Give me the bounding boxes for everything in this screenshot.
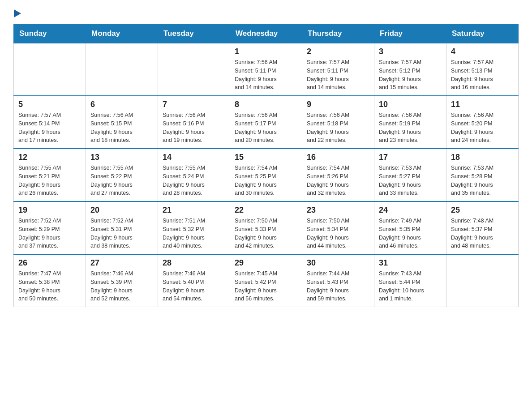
calendar-cell [158,43,230,96]
day-number: 24 [379,206,442,215]
day-of-week-header: Monday [86,25,158,43]
day-of-week-header: Friday [374,25,446,43]
day-number: 4 [451,47,514,56]
calendar-cell: 15Sunrise: 7:54 AM Sunset: 5:25 PM Dayli… [230,149,302,201]
calendar-cell: 6Sunrise: 7:56 AM Sunset: 5:15 PM Daylig… [86,96,158,149]
day-info: Sunrise: 7:56 AM Sunset: 5:16 PM Dayligh… [163,111,225,145]
day-of-week-header: Tuesday [158,25,230,43]
calendar-cell: 20Sunrise: 7:52 AM Sunset: 5:31 PM Dayli… [86,201,158,254]
day-info: Sunrise: 7:56 AM Sunset: 5:18 PM Dayligh… [307,111,369,145]
day-number: 20 [90,206,153,215]
calendar-cell: 22Sunrise: 7:50 AM Sunset: 5:33 PM Dayli… [230,201,302,254]
calendar-cell: 3Sunrise: 7:57 AM Sunset: 5:12 PM Daylig… [374,43,446,96]
day-info: Sunrise: 7:52 AM Sunset: 5:29 PM Dayligh… [18,217,81,250]
day-number: 28 [163,258,225,268]
day-number: 2 [307,47,369,56]
day-info: Sunrise: 7:55 AM Sunset: 5:24 PM Dayligh… [163,164,225,197]
day-number: 31 [379,258,442,268]
day-number: 15 [235,153,297,162]
day-number: 13 [90,153,153,162]
day-info: Sunrise: 7:43 AM Sunset: 5:44 PM Dayligh… [379,270,442,303]
day-number: 5 [18,100,81,109]
day-number: 25 [451,206,514,215]
calendar-cell: 26Sunrise: 7:47 AM Sunset: 5:38 PM Dayli… [14,254,86,307]
calendar-week-row: 1Sunrise: 7:56 AM Sunset: 5:11 PM Daylig… [14,43,519,96]
calendar-cell: 18Sunrise: 7:53 AM Sunset: 5:28 PM Dayli… [446,149,519,201]
calendar-cell: 24Sunrise: 7:49 AM Sunset: 5:35 PM Dayli… [374,201,446,254]
day-info: Sunrise: 7:54 AM Sunset: 5:26 PM Dayligh… [307,164,369,197]
day-number: 22 [235,206,297,215]
day-info: Sunrise: 7:53 AM Sunset: 5:28 PM Dayligh… [451,164,514,197]
calendar-header-row: SundayMondayTuesdayWednesdayThursdayFrid… [14,25,519,43]
calendar-cell: 5Sunrise: 7:57 AM Sunset: 5:14 PM Daylig… [14,96,86,149]
day-info: Sunrise: 7:48 AM Sunset: 5:37 PM Dayligh… [451,217,514,250]
calendar-cell: 4Sunrise: 7:57 AM Sunset: 5:13 PM Daylig… [446,43,519,96]
day-number: 27 [90,258,153,268]
day-info: Sunrise: 7:50 AM Sunset: 5:33 PM Dayligh… [235,217,297,250]
day-number: 11 [451,100,514,109]
day-number: 8 [235,100,297,109]
day-info: Sunrise: 7:51 AM Sunset: 5:32 PM Dayligh… [163,217,225,250]
calendar-cell [14,43,86,96]
day-info: Sunrise: 7:57 AM Sunset: 5:12 PM Dayligh… [379,58,442,92]
calendar-cell: 16Sunrise: 7:54 AM Sunset: 5:26 PM Dayli… [302,149,374,201]
calendar-week-row: 5Sunrise: 7:57 AM Sunset: 5:14 PM Daylig… [14,96,519,149]
day-info: Sunrise: 7:54 AM Sunset: 5:25 PM Dayligh… [235,164,297,197]
calendar-cell [446,254,519,307]
calendar-week-row: 12Sunrise: 7:55 AM Sunset: 5:21 PM Dayli… [14,149,519,201]
calendar-table: SundayMondayTuesdayWednesdayThursdayFrid… [13,24,519,307]
calendar-cell: 19Sunrise: 7:52 AM Sunset: 5:29 PM Dayli… [14,201,86,254]
day-number: 3 [379,47,442,56]
day-number: 1 [235,47,297,56]
day-info: Sunrise: 7:46 AM Sunset: 5:39 PM Dayligh… [90,270,153,303]
day-info: Sunrise: 7:47 AM Sunset: 5:38 PM Dayligh… [18,270,81,303]
day-number: 23 [307,206,369,215]
calendar-cell [86,43,158,96]
day-number: 14 [163,153,225,162]
day-info: Sunrise: 7:44 AM Sunset: 5:43 PM Dayligh… [307,270,369,303]
calendar-week-row: 19Sunrise: 7:52 AM Sunset: 5:29 PM Dayli… [14,201,519,254]
day-info: Sunrise: 7:56 AM Sunset: 5:20 PM Dayligh… [451,111,514,145]
calendar-week-row: 26Sunrise: 7:47 AM Sunset: 5:38 PM Dayli… [14,254,519,307]
day-info: Sunrise: 7:53 AM Sunset: 5:27 PM Dayligh… [379,164,442,197]
calendar-cell: 2Sunrise: 7:57 AM Sunset: 5:11 PM Daylig… [302,43,374,96]
calendar-cell: 14Sunrise: 7:55 AM Sunset: 5:24 PM Dayli… [158,149,230,201]
day-number: 30 [307,258,369,268]
day-info: Sunrise: 7:57 AM Sunset: 5:14 PM Dayligh… [18,111,81,145]
day-number: 17 [379,153,442,162]
logo-triangle-icon [14,9,21,17]
day-of-week-header: Wednesday [230,25,302,43]
calendar-cell: 29Sunrise: 7:45 AM Sunset: 5:42 PM Dayli… [230,254,302,307]
day-number: 6 [90,100,153,109]
calendar-cell: 11Sunrise: 7:56 AM Sunset: 5:20 PM Dayli… [446,96,519,149]
day-info: Sunrise: 7:55 AM Sunset: 5:22 PM Dayligh… [90,164,153,197]
day-info: Sunrise: 7:56 AM Sunset: 5:17 PM Dayligh… [235,111,297,145]
day-info: Sunrise: 7:45 AM Sunset: 5:42 PM Dayligh… [235,270,297,303]
calendar-cell: 12Sunrise: 7:55 AM Sunset: 5:21 PM Dayli… [14,149,86,201]
day-info: Sunrise: 7:55 AM Sunset: 5:21 PM Dayligh… [18,164,81,197]
calendar-cell: 7Sunrise: 7:56 AM Sunset: 5:16 PM Daylig… [158,96,230,149]
day-number: 10 [379,100,442,109]
calendar-cell: 30Sunrise: 7:44 AM Sunset: 5:43 PM Dayli… [302,254,374,307]
page-header [13,9,519,17]
day-of-week-header: Saturday [446,25,519,43]
calendar-cell: 21Sunrise: 7:51 AM Sunset: 5:32 PM Dayli… [158,201,230,254]
day-info: Sunrise: 7:57 AM Sunset: 5:13 PM Dayligh… [451,58,514,92]
day-of-week-header: Thursday [302,25,374,43]
day-of-week-header: Sunday [14,25,86,43]
calendar-cell: 23Sunrise: 7:50 AM Sunset: 5:34 PM Dayli… [302,201,374,254]
day-number: 19 [18,206,81,215]
day-number: 26 [18,258,81,268]
calendar-cell: 31Sunrise: 7:43 AM Sunset: 5:44 PM Dayli… [374,254,446,307]
day-number: 21 [163,206,225,215]
calendar-cell: 13Sunrise: 7:55 AM Sunset: 5:22 PM Dayli… [86,149,158,201]
day-number: 7 [163,100,225,109]
calendar-cell: 27Sunrise: 7:46 AM Sunset: 5:39 PM Dayli… [86,254,158,307]
day-number: 18 [451,153,514,162]
calendar-cell: 25Sunrise: 7:48 AM Sunset: 5:37 PM Dayli… [446,201,519,254]
day-info: Sunrise: 7:49 AM Sunset: 5:35 PM Dayligh… [379,217,442,250]
day-info: Sunrise: 7:56 AM Sunset: 5:11 PM Dayligh… [235,58,297,92]
day-number: 29 [235,258,297,268]
day-info: Sunrise: 7:56 AM Sunset: 5:15 PM Dayligh… [90,111,153,145]
day-info: Sunrise: 7:56 AM Sunset: 5:19 PM Dayligh… [379,111,442,145]
